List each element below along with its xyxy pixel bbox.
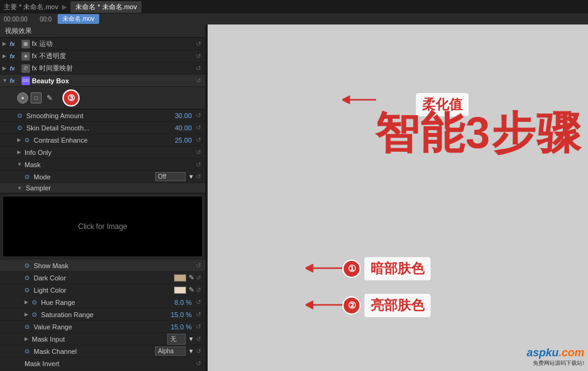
- skin-detail-row[interactable]: ⊙ Skin Detail Smooth... 40.00 ↺: [0, 122, 205, 134]
- timeline-bar: 00:00:00 00:0 未命名.mov: [0, 13, 588, 24]
- reset-hue[interactable]: ↺: [194, 298, 203, 307]
- beauty-icon: BB: [21, 77, 30, 85]
- smoothing-amount-row[interactable]: ⊙ Smoothing Amount 30.00 ↺: [0, 110, 205, 122]
- toggle-mask-input[interactable]: [24, 336, 31, 342]
- effects-list: fx ▦ fx 运动 ↺ fx ◈ fx 不透明度 ↺ fx ⏱ fx 时间重映…: [0, 38, 205, 371]
- saturation-range-row[interactable]: ⊙ Saturation Range 15.0 % ↺: [0, 309, 205, 321]
- toggle-contrast[interactable]: [17, 137, 23, 143]
- effect-time-remap[interactable]: fx ⏱ fx 时间重映射 ↺: [0, 62, 205, 75]
- arrow-1: [306, 262, 345, 274]
- arrow-2: [306, 299, 345, 311]
- cn-title-area: 智能3步骤: [375, 104, 582, 163]
- cn-title: 智能3步骤: [375, 108, 582, 157]
- main-area: 视频效果 fx ▦ fx 运动 ↺ fx ◈ fx 不透明度 ↺ fx: [0, 24, 588, 371]
- annotation-2: ② 亮部肤色: [342, 294, 431, 317]
- reset-mask-channel[interactable]: ↺: [194, 347, 203, 356]
- toggle-info[interactable]: [17, 149, 23, 155]
- mask-channel-dropdown[interactable]: Alpha: [155, 347, 186, 356]
- pencil-btn[interactable]: ✎: [44, 92, 55, 103]
- right-panel: 柔化值 ① 暗部肤色 ② 亮部肤色 智能3步骤: [208, 24, 588, 371]
- image-preview[interactable]: Click for Image: [2, 196, 203, 257]
- reset-mask-invert[interactable]: ↺: [194, 359, 203, 368]
- effect-motion[interactable]: fx ▦ fx 运动 ↺: [0, 38, 205, 50]
- tab2[interactable]: 未命名 * 未命名.mov: [70, 1, 141, 13]
- toggle-motion[interactable]: [2, 41, 9, 47]
- panel-header: 视频效果: [0, 24, 205, 38]
- toggle-opacity[interactable]: [2, 53, 9, 59]
- dark-color-row[interactable]: ⊙ Dark Color ✎ ↺: [0, 272, 205, 284]
- arrow-3: [342, 91, 379, 109]
- mode-dropdown[interactable]: Off: [155, 172, 186, 181]
- toggle-hue[interactable]: [24, 299, 31, 305]
- reset-opacity[interactable]: ↺: [194, 52, 203, 61]
- reset-mask-input[interactable]: ↺: [194, 335, 203, 343]
- annotation-1-circle: ①: [342, 260, 361, 278]
- clip-label[interactable]: 未命名.mov: [58, 14, 99, 24]
- reset-mask[interactable]: ↺: [194, 160, 203, 169]
- opacity-icon: ◈: [21, 52, 30, 61]
- reset-beauty[interactable]: ↺: [194, 77, 203, 85]
- toggle-mask[interactable]: [17, 162, 23, 167]
- mask-row[interactable]: Mask ↺: [0, 159, 205, 171]
- time-icon: ⏱: [21, 64, 30, 73]
- hue-range-row[interactable]: ⊙ Hue Range 8.0 % ↺: [0, 296, 205, 309]
- reset-motion[interactable]: ↺: [194, 40, 203, 48]
- reset-show-mask[interactable]: ↺: [194, 261, 203, 270]
- sampler-header: Sampler: [0, 183, 205, 193]
- reset-time[interactable]: ↺: [194, 64, 203, 73]
- reset-skin[interactable]: ↺: [194, 124, 203, 132]
- mask-input-dropdown[interactable]: 无: [167, 334, 186, 345]
- mask-input-row[interactable]: Mask Input 无 ▼ ↺: [0, 333, 205, 345]
- light-color-swatch[interactable]: [174, 287, 186, 294]
- square-btn[interactable]: □: [31, 92, 42, 103]
- value-range-row[interactable]: ⊙ Value Range 15.0 % ↺: [0, 321, 205, 333]
- timecode1: 00:00:00: [4, 16, 28, 23]
- annotation-label-2-box: 亮部肤色: [364, 294, 431, 317]
- watermark: aspku.com 免费网站源码下载站!: [527, 347, 584, 367]
- toggle-saturation[interactable]: [24, 312, 31, 317]
- motion-icon: ▦: [21, 40, 30, 48]
- annotation-3-circle: ③: [62, 89, 80, 107]
- reset-light-color[interactable]: ↺: [194, 286, 203, 294]
- reset-value-range[interactable]: ↺: [194, 323, 203, 331]
- reset-saturation[interactable]: ↺: [194, 310, 203, 319]
- timecode2: 00:0: [40, 16, 51, 23]
- light-color-row[interactable]: ⊙ Light Color ✎ ↺: [0, 284, 205, 296]
- annotation-label-1-box: 暗部肤色: [364, 257, 431, 280]
- beauty-icon-row: ● □ ✎ ③: [0, 87, 205, 110]
- reset-mode[interactable]: ↺: [194, 173, 203, 181]
- reset-info[interactable]: ↺: [194, 148, 203, 157]
- light-color-eyedropper[interactable]: ✎: [189, 286, 194, 294]
- toggle-time[interactable]: [2, 66, 9, 71]
- toggle-beauty[interactable]: [2, 78, 9, 83]
- toggle-sampler[interactable]: [17, 186, 23, 191]
- reset-smoothing[interactable]: ↺: [194, 111, 203, 120]
- mask-channel-row[interactable]: ⊙ Mask Channel Alpha ▼ ↺: [0, 345, 205, 358]
- effect-beauty-box[interactable]: fx BB Beauty Box ↺: [0, 75, 205, 87]
- circle-btn-1[interactable]: ●: [17, 92, 28, 103]
- mask-invert-row[interactable]: Mask Invert ↺: [0, 358, 205, 370]
- left-panel: 视频效果 fx ▦ fx 运动 ↺ fx ◈ fx 不透明度 ↺ fx: [0, 24, 205, 371]
- dark-color-eyedropper[interactable]: ✎: [189, 274, 194, 282]
- tab1[interactable]: 主要 * 未命名.mov: [4, 2, 58, 12]
- annotation-1: ① 暗部肤色: [342, 257, 431, 280]
- effect-opacity[interactable]: fx ◈ fx 不透明度 ↺: [0, 50, 205, 62]
- info-only-row[interactable]: Info Only ↺: [0, 146, 205, 159]
- show-mask-row[interactable]: ⊙ Show Mask ↺: [0, 260, 205, 272]
- preview-bg: 柔化值 ① 暗部肤色 ② 亮部肤色 智能3步骤: [208, 24, 588, 371]
- reset-dark-color[interactable]: ↺: [194, 274, 203, 282]
- dark-color-swatch[interactable]: [174, 274, 186, 282]
- contrast-enhance-row[interactable]: ⊙ Contrast Enhance 25.00 ↺: [0, 134, 205, 146]
- annotation-2-circle: ②: [342, 296, 361, 315]
- title-bar: 主要 * 未命名.mov ▶ 未命名 * 未命名.mov: [0, 0, 588, 13]
- reset-contrast[interactable]: ↺: [194, 136, 203, 144]
- mode-row[interactable]: ⊙ Mode Off ▼ ↺: [0, 171, 205, 183]
